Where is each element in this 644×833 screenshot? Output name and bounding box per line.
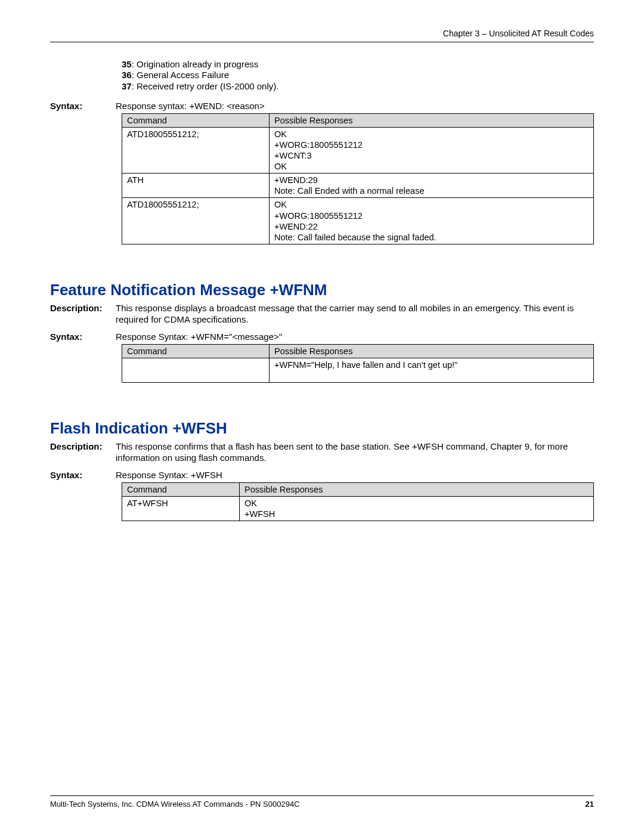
table-row: +WFNM="Help, I have fallen and I can't g… bbox=[122, 358, 594, 382]
cell-cmd bbox=[122, 358, 270, 382]
table-row: AT+WFSH OK +WFSH bbox=[122, 496, 594, 521]
col-responses: Possible Responses bbox=[270, 113, 594, 127]
cell-resp: +WEND:29 Note: Call Ended with a normal … bbox=[270, 174, 594, 198]
wfnm-table: Command Possible Responses +WFNM="Help, … bbox=[122, 344, 594, 383]
description-label: Description: bbox=[50, 441, 116, 453]
cell-cmd: ATD18005551212; bbox=[122, 198, 270, 244]
footer-text: Multi-Tech Systems, Inc. CDMA Wireless A… bbox=[50, 800, 300, 809]
cell-resp: +WFNM="Help, I have fallen and I can't g… bbox=[270, 358, 594, 382]
page-number: 21 bbox=[586, 800, 594, 809]
cell-cmd: ATH bbox=[122, 174, 270, 198]
col-responses: Possible Responses bbox=[240, 482, 594, 496]
syntax-label: Syntax: bbox=[50, 332, 116, 343]
code-37: 37: Received retry order (IS-2000 only). bbox=[122, 81, 594, 92]
col-command: Command bbox=[122, 482, 240, 496]
chapter-header: Chapter 3 – Unsolicited AT Result Codes bbox=[50, 29, 594, 42]
cell-resp: OK +WORG:18005551212 +WCNT:3 OK bbox=[270, 127, 594, 174]
wend-table: Command Possible Responses ATD1800555121… bbox=[122, 113, 594, 244]
syntax-label: Syntax: bbox=[50, 101, 116, 112]
table-row: ATD18005551212; OK +WORG:18005551212 +WE… bbox=[122, 198, 594, 244]
wfnm-syntax: Syntax:Response Syntax: +WFNM="<message>… bbox=[50, 332, 594, 343]
cell-resp: OK +WORG:18005551212 +WEND:22 Note: Call… bbox=[270, 198, 594, 244]
wfsh-syntax: Syntax:Response Syntax: +WFSH bbox=[50, 470, 594, 481]
table-header-row: Command Possible Responses bbox=[122, 344, 594, 358]
wfsh-description: Description:This response confirms that … bbox=[50, 441, 594, 464]
cell-cmd: AT+WFSH bbox=[122, 496, 240, 521]
table-row: ATH +WEND:29 Note: Call Ended with a nor… bbox=[122, 174, 594, 198]
table-row: ATD18005551212; OK +WORG:18005551212 +WC… bbox=[122, 127, 594, 174]
col-command: Command bbox=[122, 344, 270, 358]
wfnm-desc-text: This response displays a broadcast messa… bbox=[116, 303, 588, 326]
wfsh-table: Command Possible Responses AT+WFSH OK +W… bbox=[122, 482, 594, 521]
table-header-row: Command Possible Responses bbox=[122, 113, 594, 127]
page-footer: Multi-Tech Systems, Inc. CDMA Wireless A… bbox=[50, 795, 594, 809]
error-codes-list: 35: Origination already in progress 36: … bbox=[122, 59, 594, 92]
col-command: Command bbox=[122, 113, 270, 127]
wend-syntax-text: Response syntax: +WEND: <reason> bbox=[116, 101, 265, 111]
wfsh-heading: Flash Indication +WFSH bbox=[50, 419, 594, 438]
cell-resp: OK +WFSH bbox=[240, 496, 594, 521]
code-35: 35: Origination already in progress bbox=[122, 59, 594, 70]
wfnm-description: Description:This response displays a bro… bbox=[50, 303, 594, 326]
wfsh-desc-text: This response confirms that a flash has … bbox=[116, 441, 588, 464]
syntax-label: Syntax: bbox=[50, 470, 116, 481]
wfnm-syntax-text: Response Syntax: +WFNM="<message>" bbox=[116, 332, 282, 342]
wfsh-syntax-text: Response Syntax: +WFSH bbox=[116, 470, 222, 480]
col-responses: Possible Responses bbox=[270, 344, 594, 358]
wend-syntax: Syntax:Response syntax: +WEND: <reason> bbox=[50, 101, 594, 112]
code-36: 36: General Access Failure bbox=[122, 70, 594, 81]
cell-cmd: ATD18005551212; bbox=[122, 127, 270, 174]
description-label: Description: bbox=[50, 303, 116, 314]
wfnm-heading: Feature Notification Message +WFNM bbox=[50, 280, 594, 300]
table-header-row: Command Possible Responses bbox=[122, 482, 594, 496]
